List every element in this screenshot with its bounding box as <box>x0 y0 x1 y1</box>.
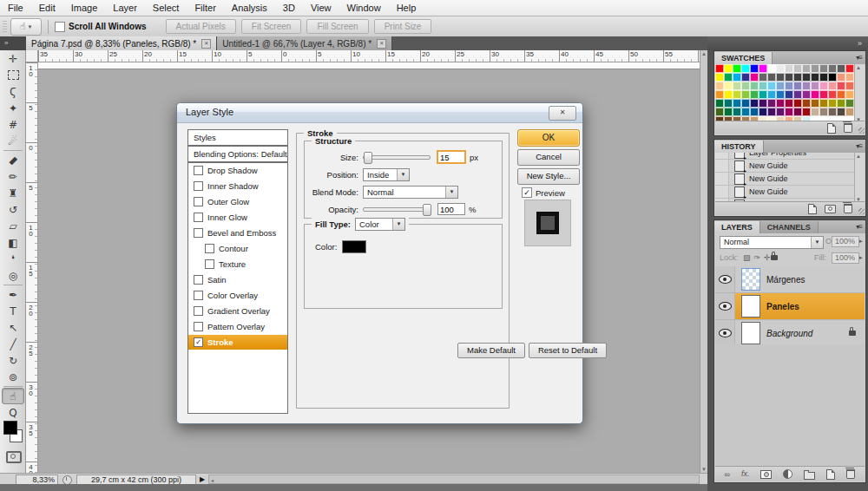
blur-tool[interactable]: ❛ <box>0 251 26 267</box>
color-swatch[interactable] <box>759 99 767 108</box>
path-selection-tool[interactable]: ↖ <box>0 319 26 336</box>
color-swatch[interactable] <box>733 90 741 99</box>
color-swatch[interactable] <box>793 99 802 108</box>
layer-thumbnail[interactable] <box>741 322 760 344</box>
line-tool[interactable]: ╱ <box>0 336 26 352</box>
history-source-well[interactable] <box>715 186 729 198</box>
size-slider[interactable] <box>363 155 431 160</box>
color-swatch[interactable] <box>785 82 793 90</box>
history-state-row[interactable]: Layer Properties <box>715 153 855 160</box>
visibility-cell[interactable] <box>715 320 735 346</box>
color-swatch[interactable] <box>837 73 845 82</box>
tab-layers[interactable]: LAYERS <box>714 221 760 233</box>
style-checkbox[interactable] <box>205 259 214 269</box>
color-swatch[interactable] <box>819 64 828 73</box>
style-checkbox[interactable] <box>194 275 203 285</box>
color-swatch[interactable] <box>837 82 845 90</box>
adjustment-layer-icon[interactable] <box>783 469 792 479</box>
color-swatch[interactable] <box>741 99 750 108</box>
pen-tool[interactable]: ✒ <box>0 286 26 303</box>
color-swatch[interactable] <box>837 90 845 99</box>
hand-tool[interactable]: ☝ <box>0 388 26 404</box>
actual-pixels-button[interactable]: Actual Pixels <box>166 19 236 34</box>
color-swatch[interactable] <box>767 82 776 90</box>
style-checkbox[interactable]: ✓ <box>194 337 203 347</box>
close-icon[interactable]: ✕ <box>549 106 576 121</box>
new-swatch-icon[interactable] <box>827 123 836 134</box>
color-swatch[interactable] <box>724 73 733 82</box>
scroll-up-icon[interactable]: ▲ <box>856 154 861 159</box>
scroll-up-icon[interactable]: ▲ <box>856 65 861 70</box>
lasso-tool[interactable]: Ϛ <box>0 83 26 100</box>
color-swatch[interactable] <box>776 82 785 90</box>
dialog-titlebar[interactable]: Layer Style ✕ <box>177 103 582 123</box>
color-swatch[interactable] <box>750 82 759 90</box>
color-swatch[interactable] <box>767 90 776 99</box>
stroke-color-swatch[interactable] <box>342 240 366 253</box>
color-swatch[interactable] <box>733 108 741 116</box>
blend-mode-select[interactable]: Normal ▼ <box>363 186 458 199</box>
tab-swatches[interactable]: SWATCHES <box>714 52 773 64</box>
color-swatch[interactable] <box>819 108 828 116</box>
lock-position-icon[interactable]: ✛ <box>764 253 771 262</box>
lock-all-icon[interactable] <box>771 255 778 260</box>
color-swatch[interactable] <box>776 73 785 82</box>
color-swatch[interactable] <box>724 64 733 73</box>
style-item-inner-shadow[interactable]: Inner Shadow <box>188 179 287 194</box>
style-checkbox[interactable] <box>194 291 203 300</box>
scroll-all-windows-checkbox[interactable] <box>55 22 65 32</box>
color-swatch[interactable] <box>715 64 724 73</box>
history-state-row[interactable]: New Guide <box>715 186 855 199</box>
history-state-row[interactable]: New Guide <box>715 160 855 173</box>
style-checkbox[interactable] <box>194 181 203 191</box>
color-swatch[interactable] <box>811 64 819 73</box>
size-slider-thumb[interactable] <box>364 152 372 164</box>
menu-item-help[interactable]: Help <box>389 0 424 16</box>
opacity-slider[interactable] <box>363 207 431 212</box>
color-swatch[interactable] <box>837 99 845 108</box>
color-swatch[interactable] <box>741 73 750 82</box>
color-swatch[interactable] <box>802 64 811 73</box>
color-swatch[interactable] <box>828 99 837 108</box>
color-swatch[interactable] <box>811 90 819 99</box>
hand-tool-preset-button[interactable]: ☝ ▼ <box>10 18 42 36</box>
style-item-satin[interactable]: Satin <box>188 272 287 288</box>
document-tab-2[interactable]: Untitled-1 @ 66,7% (Layer 4, RGB/8) *✕ <box>217 36 392 50</box>
color-swatch[interactable] <box>767 73 776 82</box>
color-swatch[interactable] <box>741 90 750 99</box>
color-swatch[interactable] <box>837 64 845 73</box>
new-layer-icon[interactable] <box>826 469 835 480</box>
style-item-bevel-and-emboss[interactable]: Bevel and Emboss <box>188 226 287 241</box>
color-swatch[interactable] <box>828 73 837 82</box>
style-item-contour[interactable]: Contour <box>188 241 287 257</box>
color-swatch[interactable] <box>733 73 741 82</box>
menu-item-image[interactable]: Image <box>63 0 106 16</box>
style-item-outer-glow[interactable]: Outer Glow <box>188 194 287 210</box>
menu-item-select[interactable]: Select <box>145 0 187 16</box>
clone-stamp-tool[interactable]: ♜ <box>0 185 26 201</box>
color-swatch[interactable] <box>793 64 802 73</box>
color-swatch[interactable] <box>802 73 811 82</box>
color-swatch[interactable] <box>759 108 767 116</box>
color-swatch[interactable] <box>715 82 724 90</box>
opacity-value[interactable]: 100% <box>832 236 859 247</box>
eye-icon[interactable] <box>719 275 732 284</box>
eye-icon[interactable] <box>719 329 732 337</box>
color-swatch[interactable] <box>837 108 845 116</box>
menu-item-view[interactable]: View <box>303 0 339 16</box>
color-swatch[interactable] <box>733 82 741 90</box>
style-item-stroke[interactable]: ✓Stroke <box>188 335 287 350</box>
style-checkbox[interactable] <box>194 166 203 175</box>
style-checkbox[interactable] <box>194 322 203 331</box>
trash-icon[interactable] <box>846 469 855 479</box>
quick-selection-tool[interactable]: ✦ <box>0 100 26 116</box>
color-swatch[interactable] <box>785 64 793 73</box>
lock-pixels-icon[interactable]: ✑ <box>754 253 761 262</box>
style-checkbox[interactable] <box>194 228 203 238</box>
swatches-scrollbar[interactable]: ▲ ▼ <box>854 64 865 123</box>
color-swatch[interactable] <box>750 108 759 116</box>
panel-menu-icon[interactable]: ▾≡ <box>856 223 862 231</box>
history-scrollbar[interactable]: ▲ ▼ <box>854 153 865 203</box>
ok-button[interactable]: OK <box>517 129 580 147</box>
color-swatch[interactable] <box>750 90 759 99</box>
